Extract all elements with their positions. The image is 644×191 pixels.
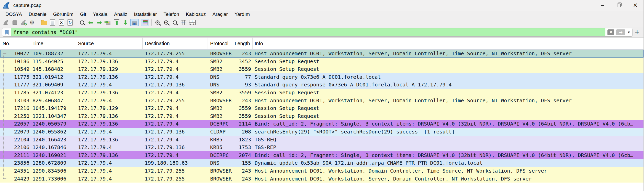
- stop-capture-icon[interactable]: [11, 19, 18, 26]
- menu-item-yard-m[interactable]: Yardım: [231, 11, 253, 18]
- packet-length: 2114: [233, 120, 253, 128]
- menu-item-i-statistikler[interactable]: İstatistikler: [131, 11, 160, 18]
- packet-destination: 172.17.79.4: [143, 136, 208, 144]
- packet-info: searchResEntry(29) "<ROOT>" searchResDon…: [253, 128, 643, 136]
- first-packet-icon[interactable]: ⬆: [113, 19, 121, 26]
- layout-icon[interactable]: 123: [188, 19, 196, 26]
- packet-no: 13103: [0, 97, 31, 105]
- packet-source: 172.17.79.136: [76, 151, 143, 159]
- zoom-in-icon[interactable]: +: [154, 19, 161, 26]
- packet-row[interactable]: 221041240.166423172.17.79.136172.17.79.4…: [0, 136, 643, 144]
- auto-scroll-toggle[interactable]: [130, 19, 139, 26]
- filter-add-button[interactable]: +: [633, 28, 641, 37]
- packet-row[interactable]: 238561280.672809172.17.79.4199.180.180.6…: [0, 159, 643, 167]
- filter-clear-button[interactable]: ✕: [607, 29, 614, 35]
- packet-length: 243: [233, 97, 253, 105]
- close-file-icon[interactable]: ✕: [58, 19, 65, 26]
- packet-row[interactable]: 10077109.188732172.17.79.4172.17.79.255B…: [0, 50, 643, 58]
- minimize-button[interactable]: [594, 0, 611, 11]
- menu-item-ara-lar[interactable]: Araçlar: [209, 11, 231, 18]
- packet-info: Standard query 0x73e6 A DC01.forela.loca…: [253, 73, 643, 81]
- zoom-reset-icon[interactable]: =: [171, 19, 179, 26]
- menu-item-yakala[interactable]: Yakala: [89, 11, 111, 18]
- close-button[interactable]: ✕: [627, 0, 643, 11]
- last-packet-icon[interactable]: ⬇: [122, 19, 129, 26]
- go-to-packet-icon[interactable]: ➡: [104, 19, 112, 26]
- packet-row[interactable]: 11777321.069409172.17.79.4172.17.79.136D…: [0, 81, 643, 89]
- column-header-no[interactable]: No.: [0, 38, 31, 49]
- packet-row[interactable]: 243511290.834506172.17.79.4172.17.79.255…: [0, 167, 643, 175]
- column-header-time[interactable]: Time: [31, 38, 76, 49]
- packet-destination: 199.180.180.63: [143, 159, 208, 167]
- packet-row[interactable]: 172161045.194179172.17.79.129172.17.79.4…: [0, 104, 643, 112]
- packet-length: 3559: [233, 112, 253, 120]
- packet-row[interactable]: 212501221.104347172.17.79.136172.17.79.4…: [0, 112, 643, 120]
- packet-row[interactable]: 220791240.055862172.17.79.4172.17.79.136…: [0, 128, 643, 136]
- zoom-out-icon[interactable]: −: [162, 19, 170, 26]
- column-header-length[interactable]: Length: [233, 38, 253, 49]
- previous-packet-icon[interactable]: ⬅: [87, 19, 95, 26]
- menu-item-dosya[interactable]: DOSYA: [2, 11, 25, 18]
- packet-time: 321.019412: [31, 73, 76, 81]
- menu-item-d-zenle[interactable]: Düzenle: [25, 11, 50, 18]
- packet-protocol: SMB2: [208, 104, 233, 112]
- save-file-icon[interactable]: [49, 19, 57, 26]
- column-header-destination[interactable]: Destination: [143, 38, 208, 49]
- packet-no: 22104: [0, 136, 31, 144]
- menu-item-kablosuz[interactable]: Kablosuz: [183, 11, 209, 18]
- display-filter-input[interactable]: frame contains "DC01": [11, 28, 605, 36]
- title-bar: capture.pcap ✕: [0, 0, 643, 11]
- packet-source: 172.17.79.136: [76, 112, 143, 120]
- packet-time: 1221.104347: [31, 112, 76, 120]
- packet-destination: 172.17.79.255: [143, 175, 208, 183]
- packet-source: 172.17.79.136: [76, 120, 143, 128]
- packet-source: 172.17.79.129: [76, 104, 143, 112]
- filter-apply-button[interactable]: ➡: [616, 29, 625, 35]
- find-packet-icon[interactable]: [78, 19, 86, 26]
- column-header-info[interactable]: Info: [253, 38, 643, 49]
- menu-item-analiz[interactable]: Analiz: [111, 11, 131, 18]
- packet-row[interactable]: 10549145.168482172.17.79.129172.17.79.4S…: [0, 65, 643, 73]
- column-header-source[interactable]: Source: [76, 38, 143, 49]
- menu-item-git[interactable]: Git: [77, 11, 89, 18]
- packet-row[interactable]: 11785321.074123172.17.79.136172.17.79.4S…: [0, 89, 643, 97]
- menu-item-telefon[interactable]: Telefon: [160, 11, 183, 18]
- restart-capture-icon[interactable]: ↻: [19, 19, 27, 26]
- packet-time: 829.406847: [31, 97, 76, 105]
- packet-time: 115.464025: [31, 58, 76, 65]
- display-filter-field[interactable]: frame contains "DC01" ✕ ➡ ▼: [2, 28, 633, 37]
- packet-row[interactable]: 13103829.406847172.17.79.4172.17.79.255B…: [0, 97, 643, 105]
- packet-time: 145.168482: [31, 65, 76, 73]
- filter-dropdown-caret[interactable]: ▼: [627, 30, 630, 34]
- packet-protocol: KRB5: [208, 136, 233, 144]
- colorize-toggle[interactable]: [141, 19, 149, 26]
- open-file-icon[interactable]: [40, 19, 48, 26]
- packet-row[interactable]: 11775321.019412172.17.79.136172.17.79.4D…: [0, 73, 643, 81]
- packet-length: 1823: [233, 136, 253, 144]
- packet-info: Host Announcement DC01, Workstation, Ser…: [253, 97, 643, 105]
- column-header-protocol[interactable]: Protocol: [208, 38, 233, 49]
- capture-options-icon[interactable]: ⚙: [28, 19, 36, 26]
- resize-columns-icon[interactable]: [180, 19, 187, 26]
- reload-file-icon[interactable]: ↻: [66, 19, 74, 26]
- restore-button[interactable]: [611, 0, 627, 11]
- packet-no: 10549: [0, 65, 31, 73]
- wireshark-app-icon: [3, 2, 10, 9]
- menu-item-g-r-n-m[interactable]: Görünüm: [50, 11, 77, 18]
- packet-row[interactable]: 244291291.733006172.17.79.4172.17.79.255…: [0, 175, 643, 183]
- packet-row[interactable]: 221061240.167846172.17.79.4172.17.79.136…: [0, 143, 643, 151]
- packet-source: 172.17.79.4: [76, 159, 143, 167]
- packet-info: Session Setup Request: [253, 104, 643, 112]
- packet-info: Dynamic update 0x53ab SOA 172.in-addr.ar…: [253, 159, 643, 167]
- packet-length: 3559: [233, 65, 253, 73]
- packet-length: 93: [233, 81, 253, 89]
- filter-bookmark-button[interactable]: [2, 28, 11, 36]
- packet-row[interactable]: 220571240.050579172.17.79.136172.17.79.4…: [0, 120, 643, 128]
- packet-protocol: DCERPC: [208, 151, 233, 159]
- start-capture-icon[interactable]: [2, 19, 10, 26]
- packet-length: 3559: [233, 104, 253, 112]
- packet-row[interactable]: 10186115.464025172.17.79.136172.17.79.4S…: [0, 58, 643, 65]
- packet-row[interactable]: 221111240.169021172.17.79.136172.17.79.4…: [0, 151, 643, 159]
- next-packet-icon[interactable]: ➡: [96, 19, 103, 26]
- packet-source: 172.17.79.4: [76, 50, 143, 58]
